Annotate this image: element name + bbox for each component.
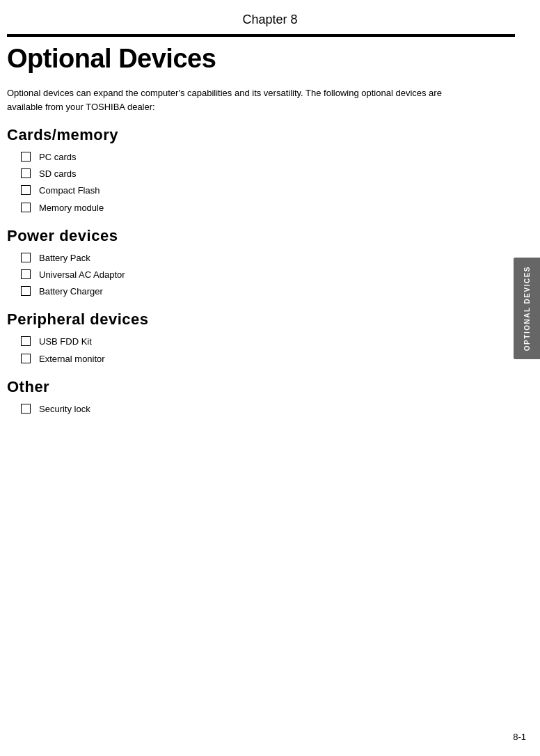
side-tab-label: Optional Devices bbox=[523, 266, 531, 351]
checkbox-icon bbox=[21, 269, 31, 279]
page-number: 8-1 bbox=[513, 732, 526, 742]
list-item-text: Battery Charger bbox=[39, 285, 103, 298]
list-item-text: PC cards bbox=[39, 151, 76, 164]
chapter-header: Chapter 8 bbox=[0, 0, 540, 34]
checkbox-icon bbox=[21, 354, 31, 363]
list-item-text: External monitor bbox=[39, 353, 105, 365]
item-list-2: USB FDD KitExternal monitor bbox=[7, 336, 500, 365]
intro-paragraph: Optional devices can expand the computer… bbox=[7, 86, 451, 113]
list-item-text: SD cards bbox=[39, 168, 76, 180]
list-item-text: Universal AC Adaptor bbox=[39, 269, 125, 281]
page-footer: 8-1 bbox=[513, 732, 526, 742]
list-item-text: Memory module bbox=[39, 202, 104, 214]
item-list-3: Security lock bbox=[7, 403, 500, 416]
section-heading-1: Power devices bbox=[7, 227, 500, 245]
list-item: Universal AC Adaptor bbox=[7, 269, 500, 281]
checkbox-icon bbox=[21, 286, 31, 296]
content-area: Optional Devices Optional devices can ex… bbox=[0, 44, 507, 416]
page-container: Chapter 8 Optional Devices Optional devi… bbox=[0, 0, 540, 756]
item-list-0: PC cardsSD cardsCompact FlashMemory modu… bbox=[7, 151, 500, 214]
page-title: Optional Devices bbox=[7, 44, 500, 74]
item-list-1: Battery PackUniversal AC AdaptorBattery … bbox=[7, 252, 500, 299]
checkbox-icon bbox=[21, 168, 31, 178]
list-item: Memory module bbox=[7, 202, 500, 214]
checkbox-icon bbox=[21, 185, 31, 195]
sections-container: Cards/memoryPC cardsSD cardsCompact Flas… bbox=[0, 126, 507, 416]
header-rule bbox=[7, 34, 515, 37]
list-item: USB FDD Kit bbox=[7, 336, 500, 348]
section-heading-3: Other bbox=[7, 378, 500, 396]
list-item: SD cards bbox=[7, 168, 500, 180]
checkbox-icon bbox=[21, 404, 31, 414]
list-item: Security lock bbox=[7, 403, 500, 416]
checkbox-icon bbox=[21, 336, 31, 346]
section-heading-2: Peripheral devices bbox=[7, 310, 500, 329]
list-item-text: USB FDD Kit bbox=[39, 336, 92, 348]
side-tab: Optional Devices bbox=[514, 258, 540, 359]
list-item-text: Security lock bbox=[39, 403, 90, 416]
list-item: Battery Pack bbox=[7, 252, 500, 265]
list-item: Compact Flash bbox=[7, 184, 500, 197]
checkbox-icon bbox=[21, 253, 31, 262]
list-item: PC cards bbox=[7, 151, 500, 164]
chapter-label: Chapter 8 bbox=[242, 13, 297, 26]
list-item-text: Battery Pack bbox=[39, 252, 90, 265]
list-item: External monitor bbox=[7, 353, 500, 365]
list-item: Battery Charger bbox=[7, 285, 500, 298]
checkbox-icon bbox=[21, 152, 31, 162]
checkbox-icon bbox=[21, 203, 31, 212]
section-heading-0: Cards/memory bbox=[7, 126, 500, 144]
list-item-text: Compact Flash bbox=[39, 184, 100, 197]
